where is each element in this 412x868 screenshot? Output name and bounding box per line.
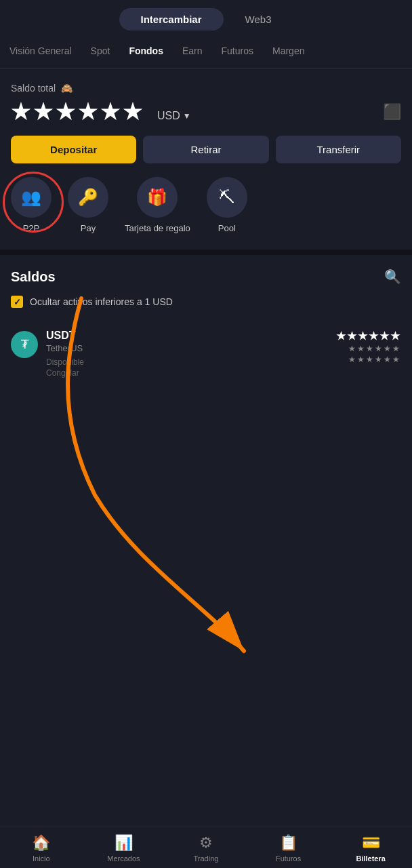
quick-actions: 👥 P2P 🔑 Pay 🎁 Tarjeta de regalo ⛏ Pool [0,177,412,250]
checkmark-icon: ✓ [14,297,21,307]
futures-nav-icon: 📋 [279,834,297,852]
balance-label-text: Saldo total [11,83,56,94]
asset-fullname-usdt: TetherUS [46,343,84,353]
p2p-icon: 👥 [21,188,41,207]
asset-freeze-usdt: ★★★★★★ [336,355,401,364]
bottom-nav: 🏠 Inicio 📊 Mercados ⚙ Trading 📋 Futuros … [0,827,412,868]
hide-small-checkbox[interactable]: ✓ [11,296,23,308]
asset-info-usdt: USDT TetherUS Disponible Congelar [46,330,84,378]
wallet-nav-icon: 💳 [362,834,380,852]
pool-icon-bg: ⛏ [207,177,247,218]
p2p-label: P2P [23,223,40,233]
balances-header: Saldos 🔍 [11,269,401,285]
usdt-logo-icon: ₮ [21,337,28,352]
scan-icon[interactable]: ⬛ [383,103,401,121]
currency-selector[interactable]: USD ▼ [157,110,191,122]
wallet-nav-label: Billetera [356,854,385,863]
asset-sub-usdt: Disponible Congelar [46,357,84,378]
markets-nav-label: Mercados [107,854,140,863]
p2p-icon-bg: 👥 [11,177,52,218]
balance-label-row: Saldo total 🙈 [11,83,401,94]
balance-row: ★★★★★★ USD ▼ ⬛ [11,99,401,125]
transfer-button[interactable]: Transferir [276,136,401,163]
currency-dropdown-icon: ▼ [183,111,191,121]
gift-label: Tarjeta de regalo [125,223,190,233]
available-label-usdt: Disponible [46,357,84,367]
tab-intercambiar[interactable]: Intercambiar [119,8,224,31]
home-nav-icon: 🏠 [32,834,50,852]
nav-item-fondos[interactable]: Fondos [119,41,173,60]
nav-item-vision-general[interactable]: Visión General [0,41,81,60]
currency-label: USD [157,110,180,122]
asset-total-usdt: ★★★★★★ [336,330,401,342]
nav-menu: Visión General Spot Fondos Earn Futuros … [0,36,412,69]
usdt-logo: ₮ [11,331,38,358]
nav-item-spot[interactable]: Spot [81,41,120,60]
asset-row-usdt[interactable]: ₮ USDT TetherUS Disponible Congelar ★★★★… [11,321,401,386]
quick-action-gift[interactable]: 🎁 Tarjeta de regalo [125,177,190,233]
pay-label: Pay [81,223,96,233]
nav-item-earn[interactable]: Earn [173,41,212,60]
action-buttons: Depositar Retirar Transferir [0,136,412,177]
pool-icon: ⛏ [219,188,235,207]
tab-web3[interactable]: Web3 [224,8,293,31]
bottom-nav-trading[interactable]: ⚙ Trading [165,834,247,863]
asset-available-usdt: ★★★★★★ [336,344,401,353]
nav-item-margen[interactable]: Margen [263,41,314,60]
balance-amount: ★★★★★★ [11,99,145,125]
balance-left: ★★★★★★ USD ▼ [11,99,191,125]
quick-action-pool[interactable]: ⛏ Pool [207,177,247,233]
trading-nav-icon: ⚙ [199,834,213,852]
pay-icon-bg: 🔑 [68,177,108,218]
quick-action-pay[interactable]: 🔑 Pay [68,177,108,233]
asset-values-usdt: ★★★★★★ ★★★★★★ ★★★★★★ [336,330,401,366]
hide-balance-icon[interactable]: 🙈 [61,83,73,94]
pool-label: Pool [218,223,236,233]
quick-action-p2p[interactable]: 👥 P2P [11,177,52,233]
top-tab-bar: Intercambiar Web3 [0,0,412,36]
balance-section: Saldo total 🙈 ★★★★★★ USD ▼ ⬛ [0,69,412,136]
gift-icon: 🎁 [147,188,167,207]
bottom-nav-wallet[interactable]: 💳 Billetera [329,834,412,863]
freeze-label-usdt: Congelar [46,368,84,378]
bottom-nav-markets[interactable]: 📊 Mercados [83,834,165,863]
withdraw-button[interactable]: Retirar [143,136,268,163]
balances-section: Saldos 🔍 ✓ Ocultar activos inferiores a … [0,255,412,397]
hide-small-assets-row: ✓ Ocultar activos inferiores a 1 USD [11,296,401,308]
home-nav-label: Inicio [33,854,50,863]
nav-item-futuros[interactable]: Futuros [212,41,263,60]
asset-left-usdt: ₮ USDT TetherUS Disponible Congelar [11,330,84,378]
futures-nav-label: Futuros [276,854,301,863]
pay-icon: 🔑 [78,188,98,207]
hide-small-label: Ocultar activos inferiores a 1 USD [30,296,173,307]
balances-title: Saldos [11,269,56,285]
markets-nav-icon: 📊 [115,834,133,852]
section-divider [0,250,412,255]
trading-nav-label: Trading [194,854,219,863]
bottom-nav-home[interactable]: 🏠 Inicio [0,834,83,863]
bottom-nav-futures[interactable]: 📋 Futuros [247,834,330,863]
asset-symbol-usdt: USDT [46,330,84,342]
deposit-button[interactable]: Depositar [11,136,136,163]
balances-search-icon[interactable]: 🔍 [384,269,401,285]
gift-icon-bg: 🎁 [137,177,178,218]
